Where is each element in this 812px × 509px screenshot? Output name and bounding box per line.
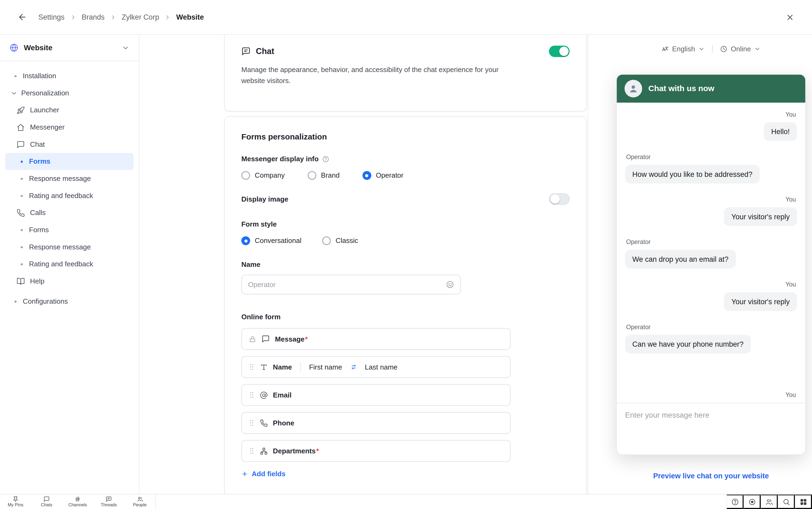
smiley-icon <box>446 280 454 289</box>
field-row-email[interactable]: Email <box>242 384 511 406</box>
radio-company[interactable]: Company <box>242 171 285 180</box>
drag-handle-icon[interactable] <box>249 391 255 399</box>
radio-brand[interactable]: Brand <box>307 171 340 180</box>
taskbar-item-channels[interactable]: Channels <box>62 495 93 509</box>
search-button[interactable] <box>778 495 795 509</box>
departments-icon <box>260 447 268 455</box>
preview-live-chat-link[interactable]: Preview live chat on your website <box>616 472 806 480</box>
taskbar-item-people[interactable]: People <box>124 495 155 509</box>
add-fields-button[interactable]: Add fields <box>242 470 286 478</box>
sidebar-item-personalization[interactable]: Personalization <box>5 84 134 102</box>
divider <box>712 45 713 53</box>
breadcrumb-settings[interactable]: Settings <box>38 13 65 21</box>
status-label: Online <box>731 45 751 53</box>
swap-icon[interactable] <box>349 363 358 371</box>
field-row-departments[interactable]: Departments <box>242 440 511 462</box>
sidebar-item-label: Rating and feedback <box>29 192 93 200</box>
message-input[interactable] <box>625 411 797 419</box>
apps-button[interactable] <box>795 495 812 509</box>
sidebar-item-calls[interactable]: Calls <box>5 204 134 222</box>
target-icon <box>748 498 756 506</box>
sidebar-item-label: Personalization <box>21 89 69 97</box>
field-row-phone[interactable]: Phone <box>242 412 511 434</box>
form-style-label: Form style <box>242 220 570 228</box>
sidebar-item-label: Chat <box>30 141 45 148</box>
emoji-button[interactable] <box>446 280 454 289</box>
taskbar-right-group <box>727 495 812 509</box>
preview-controls: English Online <box>616 45 806 53</box>
help-circle-icon[interactable] <box>322 155 329 163</box>
taskbar: My Pins Chats Channels Threads People <box>0 494 812 509</box>
taskbar-item-my-pins[interactable]: My Pins <box>0 495 31 509</box>
bullet-icon <box>21 229 23 231</box>
name-label: Name <box>242 261 570 269</box>
last-name-part: Last name <box>365 363 398 371</box>
breadcrumb-zylker-corp[interactable]: Zylker Corp <box>122 13 159 21</box>
app-window: Settings Brands Zylker Corp Website Webs… <box>0 0 812 509</box>
sidebar-item-chat[interactable]: Chat <box>5 136 134 153</box>
top-bar: Settings Brands Zylker Corp Website <box>0 0 812 35</box>
radio-circle <box>363 171 371 180</box>
taskbar-item-chats[interactable]: Chats <box>31 495 62 509</box>
message-sender: Operator <box>626 154 651 161</box>
message-sender: Operator <box>626 238 651 246</box>
radio-classic[interactable]: Classic <box>322 236 358 245</box>
messenger-display-info-label: Messenger display info <box>242 155 319 163</box>
sidebar-item-response-message-2[interactable]: Response message <box>5 238 134 256</box>
sidebar-item-response-message[interactable]: Response message <box>5 170 134 187</box>
chat-widget-title: Chat with us now <box>649 84 714 93</box>
sidebar-item-messenger[interactable]: Messenger <box>5 119 134 136</box>
taskbar-item-threads[interactable]: Threads <box>93 495 124 509</box>
sidebar-item-label: Forms <box>29 226 49 234</box>
contacts-button[interactable] <box>761 495 778 509</box>
language-selector[interactable]: English <box>661 45 705 53</box>
field-row-name[interactable]: Name First name Last name <box>242 356 511 378</box>
close-button[interactable] <box>781 8 799 26</box>
taskbar-item-label: Chats <box>41 503 52 507</box>
taskbar-item-label: My Pins <box>8 503 23 507</box>
pin-icon <box>12 496 19 502</box>
chat-card-description: Manage the appearance, behavior, and acc… <box>242 64 524 86</box>
drag-handle-icon[interactable] <box>249 419 255 427</box>
bullet-icon <box>14 301 16 303</box>
status-selector[interactable]: Online <box>720 45 761 53</box>
drag-handle-icon[interactable] <box>249 447 255 455</box>
bullet-icon <box>21 178 23 180</box>
chat-widget-preview: Chat with us now You Hello! Operator How… <box>616 74 806 455</box>
sidebar-item-help[interactable]: Help <box>5 272 134 290</box>
sidebar-item-installation[interactable]: Installation <box>5 67 134 84</box>
chat-enabled-toggle[interactable] <box>549 46 569 57</box>
sidebar-item-rating-feedback[interactable]: Rating and feedback <box>5 187 134 204</box>
sidebar-item-rating-feedback-2[interactable]: Rating and feedback <box>5 256 134 273</box>
form-style-options: Conversational Classic <box>242 236 570 245</box>
sidebar-item-forms[interactable]: Forms <box>5 153 134 170</box>
help-button[interactable] <box>727 495 744 509</box>
message-group: Operator Can we have your phone number? <box>625 311 797 353</box>
sidebar-item-label: Response message <box>29 175 91 182</box>
name-input-wrap <box>242 275 461 294</box>
field-row-message[interactable]: Message <box>242 328 511 350</box>
field-label: Departments <box>273 447 319 455</box>
chevron-down-icon <box>754 46 761 53</box>
people-icon <box>765 498 773 506</box>
sidebar-item-launcher[interactable]: Launcher <box>5 102 134 119</box>
toggle-knob <box>559 47 569 56</box>
display-image-toggle[interactable] <box>549 193 569 205</box>
sidebar-item-configurations[interactable]: Configurations <box>5 293 134 310</box>
chat-icon <box>242 47 251 56</box>
sidebar-item-forms-2[interactable]: Forms <box>5 221 134 238</box>
drag-handle-icon[interactable] <box>249 363 255 371</box>
chevron-right-icon <box>70 14 77 21</box>
message-group: You Your visitor's reply <box>625 183 797 226</box>
sidebar-header[interactable]: Website <box>0 35 139 61</box>
chevron-right-icon <box>164 14 171 21</box>
radio-label: Brand <box>321 171 339 179</box>
name-input[interactable] <box>248 280 446 289</box>
record-button[interactable] <box>743 495 761 509</box>
add-fields-label: Add fields <box>252 470 286 478</box>
back-button[interactable] <box>13 8 31 26</box>
breadcrumb-brands[interactable]: Brands <box>82 13 105 21</box>
chat-icon <box>16 140 25 148</box>
radio-operator[interactable]: Operator <box>363 171 404 180</box>
radio-conversational[interactable]: Conversational <box>242 236 301 245</box>
